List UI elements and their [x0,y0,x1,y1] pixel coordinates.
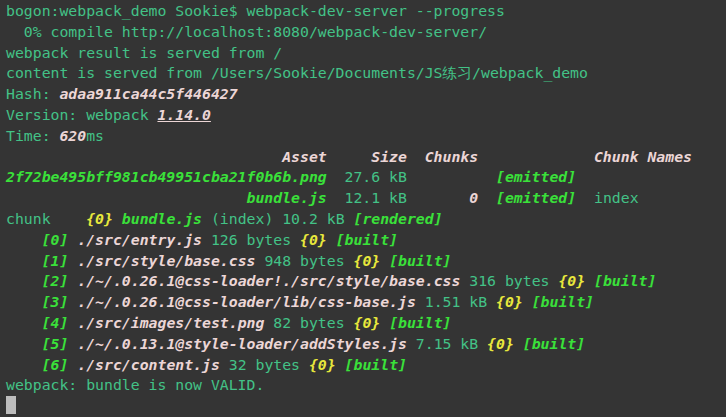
text-segment [68,314,77,331]
text-segment: 948 bytes [255,252,353,269]
text-segment: webpack result is served from / [6,44,282,61]
text-segment: [built] [532,293,594,310]
text-segment: [built] [594,272,656,289]
text-segment: {0} [353,314,380,331]
text-segment: 1.14.0 [157,106,210,123]
text-segment: ./src/entry.js [77,231,202,248]
text-segment: bogon:webpack_demo Sookie$ webpack-dev-s… [6,2,505,19]
module-row-4: [4] ./src/images/test.png 82 bytes {0} [… [6,313,726,334]
module-row-0: [0] ./src/entry.js 126 bytes {0} [built] [6,230,726,251]
text-segment [585,272,594,289]
text-segment: 7.15 kB [407,335,487,352]
cursor-line [6,396,726,417]
text-segment [327,231,336,248]
text-segment [6,293,42,310]
text-segment [68,356,77,373]
text-segment: Hash: [6,85,59,102]
text-segment: index [576,189,638,206]
text-segment: 316 bytes [460,272,558,289]
asset-row-bundle: bundle.js 12.1 kB 0 [emitted] index [6,188,726,209]
text-segment: ./~/.0.26.1@css-loader!./src/style/base.… [77,272,460,289]
module-row-6: [6] ./src/content.js 32 bytes {0} [built… [6,355,726,376]
valid-status-line: webpack: bundle is now VALID. [6,375,726,396]
text-segment: adaa911ca44c5f446427 [59,85,237,102]
version-line: Version: webpack 1.14.0 [6,105,726,126]
module-row-3: [3] ./~/.0.26.1@css-loader/lib/css-base.… [6,292,726,313]
text-segment: 27.6 kB [327,168,496,185]
text-segment: ./src/images/test.png [77,314,264,331]
text-segment: [6] [42,356,69,373]
text-segment: ms [86,127,104,144]
time-line: Time: 620ms [6,126,726,147]
text-segment: Asset Size Chunks Chunk Names [6,148,692,165]
text-segment [6,252,42,269]
text-segment: 0% compile http://localhost:8080/webpack… [6,23,487,40]
text-segment: [5] [42,335,69,352]
text-segment [68,231,77,248]
text-segment: {0} [487,335,514,352]
text-segment: {0} [496,293,523,310]
asset-row-png: 2f72be495bff981cb49951cba21f0b6b.png 27.… [6,167,726,188]
text-segment: {0} [309,356,336,373]
text-segment [6,314,42,331]
text-segment [478,189,496,206]
text-segment [6,189,247,206]
content-served-line: content is served from /Users/Sookie/Doc… [6,63,726,84]
text-segment: Version: webpack [6,106,157,123]
text-segment: ./~/.0.26.1@css-loader/lib/css-base.js [77,293,416,310]
text-segment: 620 [59,127,86,144]
text-segment: [2] [42,272,69,289]
terminal-output: bogon:webpack_demo Sookie$ webpack-dev-s… [6,1,726,417]
text-segment: ./src/style/base.css [77,252,255,269]
text-segment [6,231,42,248]
text-segment: [built] [336,231,398,248]
text-segment [6,356,42,373]
text-segment: 2f72be495bff981cb49951cba21f0b6b.png [6,168,327,185]
text-segment: [3] [42,293,69,310]
text-segment [380,314,389,331]
terminal-window[interactable]: bogon:webpack_demo Sookie$ webpack-dev-s… [0,0,726,417]
text-segment: 126 bytes [202,231,300,248]
text-segment: [built] [389,252,451,269]
text-segment: ./src/content.js [77,356,220,373]
module-row-1: [1] ./src/style/base.css 948 bytes {0} [… [6,251,726,272]
table-header-line: Asset Size Chunks Chunk Names [6,147,726,168]
text-segment: [emitted] [496,168,576,185]
text-segment: [0] [42,231,69,248]
hash-line: Hash: adaa911ca44c5f446427 [6,84,726,105]
text-segment: (index) 10.2 kB [202,210,353,227]
text-segment: 12.1 kB [327,189,470,206]
text-segment: webpack: bundle is now VALID. [6,376,264,393]
text-segment [68,293,77,310]
text-segment: {0} [558,272,585,289]
prompt-command-line: bogon:webpack_demo Sookie$ webpack-dev-s… [6,1,726,22]
text-segment: chunk [6,210,86,227]
text-segment [6,272,42,289]
text-segment: [built] [389,314,451,331]
text-segment: content is served from /Users/Sookie/Doc… [6,64,588,81]
text-segment [336,356,345,373]
text-segment: [emitted] [496,189,576,206]
text-segment: [built] [523,335,585,352]
text-segment: bundle.js [122,210,202,227]
chunk-line: chunk {0} bundle.js (index) 10.2 kB [ren… [6,209,726,230]
progress-line: 0% compile http://localhost:8080/webpack… [6,22,726,43]
module-row-2: [2] ./~/.0.26.1@css-loader!./src/style/b… [6,271,726,292]
text-segment [113,210,122,227]
text-segment [380,252,389,269]
text-segment: [rendered] [353,210,442,227]
text-segment [68,335,77,352]
text-segment [68,272,77,289]
text-segment [68,252,77,269]
text-segment: {0} [300,231,327,248]
text-segment: 82 bytes [264,314,353,331]
text-segment: [4] [42,314,69,331]
text-segment: Time: [6,127,59,144]
text-segment: 1.51 kB [416,293,496,310]
text-segment: 32 bytes [220,356,309,373]
text-segment [6,335,42,352]
text-segment [514,335,523,352]
result-served-line: webpack result is served from / [6,43,726,64]
block-cursor [6,396,16,414]
text-segment: bundle.js [247,189,327,206]
